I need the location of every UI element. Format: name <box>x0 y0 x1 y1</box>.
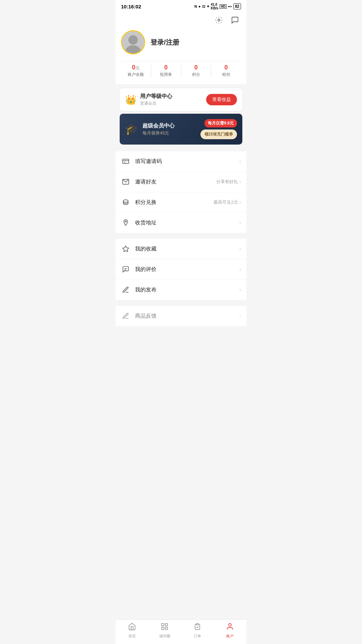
invite-friends-sub: 分享有好礼 <box>216 179 238 185</box>
account-label: 账户 <box>226 634 234 639</box>
level-left: 👑 用户等级中心 普通会员 <box>125 93 172 106</box>
status-icons: N ● ⊡ ✦ 41.0KB/s HD ▪▪▪ 82 <box>194 3 241 10</box>
address-icon <box>121 218 130 227</box>
my-posts-arrow: › <box>239 287 241 293</box>
favorites-label: 我的收藏 <box>135 246 239 253</box>
cards-section: 👑 用户等级中心 普通会员 查看收益 🎓 超级会员中心 每月领券45元 每月仅需… <box>116 84 246 149</box>
earnings-button[interactable]: 查看收益 <box>206 94 237 105</box>
invite-friends-icon <box>121 177 130 186</box>
header: 登录/注册 0元 账户余额 0 抵用券 0 积分 0 粉丝 <box>116 11 246 84</box>
my-posts-label: 我的发布 <box>135 286 239 293</box>
vip-right: 每月仅需9.9元 领15张无门槛券 <box>200 119 237 139</box>
menu-item-points-exchange[interactable]: 积分兑换 最高可兑2元 › <box>116 192 246 213</box>
reviews-icon <box>121 265 130 274</box>
invite-code-icon <box>121 157 130 166</box>
coupon-value: 0 <box>164 64 168 71</box>
coupon-label: 抵用券 <box>160 72 172 77</box>
section-divider-1 <box>116 233 246 236</box>
login-register-text[interactable]: 登录/注册 <box>150 38 179 47</box>
address-arrow: › <box>239 220 241 226</box>
svg-rect-1 <box>123 159 129 164</box>
orders-label: 订单 <box>194 634 201 639</box>
points-exchange-arrow: › <box>239 199 241 205</box>
fans-label: 粉丝 <box>222 72 230 77</box>
vip-subtitle: 每月领券45元 <box>142 130 175 136</box>
level-title: 用户等级中心 <box>140 93 172 100</box>
fans-value: 0 <box>225 64 228 71</box>
profile-row[interactable]: 登录/注册 <box>121 30 241 54</box>
message-button[interactable] <box>229 14 241 26</box>
feedback-label: 商品反馈 <box>135 313 239 320</box>
price-badge: 每月仅需9.9元 <box>204 119 237 127</box>
svg-point-6 <box>125 221 126 222</box>
section-divider-2 <box>116 300 246 303</box>
reviews-arrow: › <box>239 266 241 272</box>
svg-point-5 <box>123 200 128 202</box>
menu-item-favorites[interactable]: 我的收藏 › <box>116 239 246 259</box>
menu-item-feedback[interactable]: 商品反馈 › <box>116 306 246 326</box>
points-value: 0 <box>194 64 198 71</box>
graduation-icon: 🎓 <box>125 123 138 136</box>
vip-info: 超级会员中心 每月领券45元 <box>142 122 175 136</box>
invite-code-arrow: › <box>239 158 241 164</box>
menu-item-invite-friends[interactable]: 邀请好友 分享有好礼 › <box>116 172 246 192</box>
stat-coupon[interactable]: 0 抵用券 <box>151 64 181 77</box>
points-label: 积分 <box>192 72 200 77</box>
header-icons <box>121 14 241 26</box>
points-exchange-label: 积分兑换 <box>135 199 214 206</box>
svg-point-0 <box>218 19 220 21</box>
invite-friends-arrow: › <box>239 179 241 185</box>
bottom-nav: 首页 城市圈 订单 账户 <box>116 620 246 644</box>
orders-icon <box>193 623 201 633</box>
status-time: 10:16:02 <box>121 4 141 9</box>
stat-points[interactable]: 0 积分 <box>181 64 211 77</box>
address-label: 收货地址 <box>135 219 239 226</box>
reviews-label: 我的评价 <box>135 266 239 273</box>
svg-rect-10 <box>162 624 164 626</box>
menu-group-1: 填写邀请码 › 邀请好友 分享有好礼 › 积分兑换 <box>116 151 246 233</box>
nav-account[interactable]: 账户 <box>214 623 247 639</box>
city-icon <box>161 623 169 633</box>
crown-icon: 👑 <box>125 94 137 105</box>
settings-button[interactable] <box>213 14 225 26</box>
level-subtitle: 普通会员 <box>140 101 172 106</box>
menu-item-address[interactable]: 收货地址 › <box>116 213 246 233</box>
city-label: 城市圈 <box>159 634 170 639</box>
menu-item-reviews[interactable]: 我的评价 › <box>116 259 246 280</box>
nav-city[interactable]: 城市圈 <box>148 623 181 639</box>
stat-fans[interactable]: 0 粉丝 <box>211 64 241 77</box>
menu-item-my-posts[interactable]: 我的发布 › <box>116 280 246 300</box>
favorites-arrow: › <box>239 246 241 252</box>
vip-card[interactable]: 🎓 超级会员中心 每月领券45元 每月仅需9.9元 领15张无门槛券 <box>120 114 242 145</box>
feedback-arrow: › <box>239 313 241 319</box>
svg-rect-13 <box>165 627 168 630</box>
svg-marker-7 <box>123 246 129 252</box>
stats-row: 0元 账户余额 0 抵用券 0 积分 0 粉丝 <box>121 61 241 79</box>
level-info: 用户等级中心 普通会员 <box>140 93 172 106</box>
menu-item-invite-code[interactable]: 填写邀请码 › <box>116 151 246 172</box>
account-icon <box>226 623 234 633</box>
favorites-icon <box>121 244 130 254</box>
points-exchange-sub: 最高可兑2元 <box>214 199 238 205</box>
menu-group-3: 商品反馈 › <box>116 306 246 326</box>
home-label: 首页 <box>128 634 136 639</box>
avatar[interactable] <box>121 30 145 54</box>
vip-title: 超级会员中心 <box>142 122 175 129</box>
nav-orders[interactable]: 订单 <box>181 623 214 639</box>
vip-left: 🎓 超级会员中心 每月领券45元 <box>125 122 175 136</box>
coupon-badge: 领15张无门槛券 <box>200 129 237 139</box>
nav-home[interactable]: 首页 <box>116 623 148 639</box>
home-icon <box>128 623 136 633</box>
svg-rect-12 <box>162 627 164 630</box>
svg-rect-14 <box>196 624 198 625</box>
my-posts-icon <box>121 285 130 294</box>
menu-group-2: 我的收藏 › 我的评价 › 我的发布 › <box>116 239 246 300</box>
points-exchange-icon <box>121 198 130 207</box>
balance-value: 0元 <box>132 64 140 71</box>
invite-friends-label: 邀请好友 <box>135 178 216 185</box>
status-bar: 10:16:02 N ● ⊡ ✦ 41.0KB/s HD ▪▪▪ 82 <box>116 0 246 11</box>
invite-code-label: 填写邀请码 <box>135 158 239 165</box>
feedback-icon <box>121 311 130 321</box>
stat-balance[interactable]: 0元 账户余额 <box>121 64 151 77</box>
level-card[interactable]: 👑 用户等级中心 普通会员 查看收益 <box>120 88 242 111</box>
